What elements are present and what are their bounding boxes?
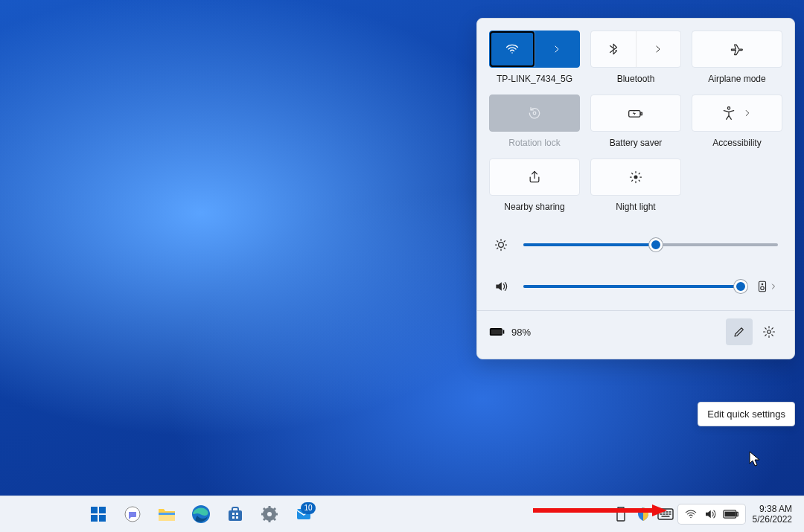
tile-airplane: Airplane mode [692,31,782,84]
taskbar: 10 [0,496,804,532]
volume-slider[interactable] [523,281,741,292]
mail-badge: 10 [301,502,316,514]
tile-accessibility: Accessibility [692,94,782,148]
nearby-sharing-label: Nearby sharing [504,202,564,212]
clock-date: 5/26/2022 [753,514,792,525]
tile-wifi: TP-LINK_7434_5G [489,31,580,84]
bluetooth-icon [607,42,620,56]
chevron-right-icon [769,282,778,291]
quick-settings-tiles: TP-LINK_7434_5G Bluetooth [489,31,782,212]
edit-quick-settings-button[interactable] [726,318,753,345]
tray-security-icon[interactable] [634,499,653,529]
svg-rect-25 [232,513,234,515]
file-explorer-button[interactable] [152,499,182,529]
nearby-sharing-button[interactable] [489,158,580,196]
wifi-toggle-half[interactable] [490,31,535,67]
clock-time: 9:38 AM [759,504,792,514]
svg-rect-24 [229,510,242,521]
battery-saver-label: Battery saver [610,138,663,148]
brightness-slider-row [494,237,778,252]
tile-battery-saver: Battery saver [590,94,681,148]
gear-icon [762,325,776,339]
audio-output-button[interactable] [756,280,778,293]
accessibility-button[interactable] [692,94,782,132]
svg-rect-1 [533,112,535,114]
tile-nearby-sharing: Nearby sharing [489,158,580,212]
airplane-label: Airplane mode [708,74,765,84]
start-button[interactable] [83,499,113,529]
svg-point-6 [499,243,504,248]
battery-icon [723,509,739,519]
night-light-button[interactable] [590,158,681,196]
svg-rect-38 [724,512,735,517]
windows-logo-icon [89,505,107,523]
chevron-right-icon [551,43,563,55]
volume-slider-row [494,279,778,294]
all-settings-button[interactable] [756,318,782,345]
svg-rect-17 [99,507,106,513]
audio-output-icon [756,280,769,293]
tray-touch-keyboard-button[interactable] [656,499,675,529]
tooltip-text: Edit quick settings [707,408,785,420]
bluetooth-toggle-button[interactable] [590,31,681,68]
brightness-slider[interactable] [523,239,778,251]
tooltip-edit-quick-settings: Edit quick settings [698,402,795,426]
folder-icon [157,506,176,522]
usb-drive-icon [615,507,627,522]
svg-point-4 [727,107,730,109]
battery-percent-text: 98% [511,327,531,338]
svg-point-13 [768,330,771,334]
tile-night-light: Night light [590,158,681,212]
volume-icon [494,279,508,294]
taskbar-pinned-apps: 10 [83,499,319,529]
taskbar-clock[interactable]: 9:38 AM 5/26/2022 [748,504,797,525]
svg-rect-27 [232,516,234,519]
svg-point-5 [634,176,638,179]
svg-rect-37 [736,512,738,516]
edge-button[interactable] [186,499,216,529]
store-button[interactable] [220,499,250,529]
chat-icon [124,505,141,523]
rotation-lock-button [489,94,580,132]
store-icon [226,505,244,523]
tile-rotation-lock: Rotation lock [489,94,580,148]
bluetooth-expand-half[interactable] [636,31,681,67]
airplane-icon [730,42,744,57]
volume-icon [704,507,717,521]
wifi-icon [505,42,520,57]
svg-rect-22 [159,513,175,515]
svg-point-35 [690,517,692,519]
night-light-icon [628,170,643,185]
svg-rect-11 [503,330,505,333]
svg-rect-32 [618,507,624,511]
wifi-expand-half[interactable] [535,31,580,67]
chat-button[interactable] [118,499,147,529]
battery-icon [489,327,505,337]
svg-rect-26 [236,513,238,515]
rotation-lock-label: Rotation lock [508,138,560,148]
accessibility-label: Accessibility [712,138,761,148]
battery-saver-button[interactable] [590,94,681,132]
svg-rect-33 [617,511,625,521]
pencil-icon [733,325,746,339]
night-light-label: Night light [616,202,655,212]
svg-point-0 [511,52,513,54]
share-icon [527,170,542,185]
svg-rect-3 [641,112,642,115]
battery-saver-icon [628,106,644,121]
bluetooth-toggle-half[interactable] [591,31,636,67]
tray-usb-icon[interactable] [611,499,631,529]
wifi-icon [684,507,698,521]
tray-quick-settings-button[interactable] [678,504,745,524]
tile-bluetooth: Bluetooth [590,31,681,84]
keyboard-icon [657,508,674,520]
rotation-lock-icon [527,106,542,121]
svg-rect-28 [236,516,238,519]
battery-status[interactable]: 98% [489,327,531,338]
airplane-toggle-button[interactable] [692,31,782,68]
shield-icon [636,507,650,522]
wifi-toggle-button[interactable] [489,31,580,68]
settings-button[interactable] [255,499,284,529]
mail-button[interactable]: 10 [289,499,319,529]
bluetooth-label: Bluetooth [617,74,655,84]
